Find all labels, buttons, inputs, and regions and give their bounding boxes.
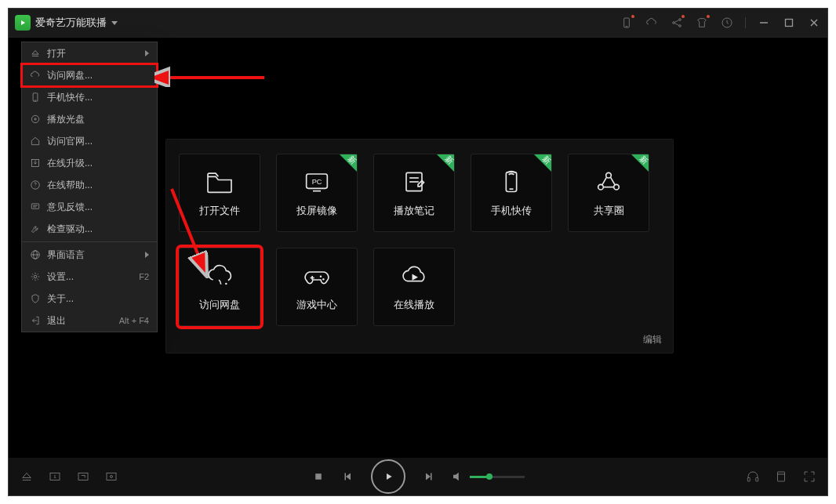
next-button[interactable] — [421, 470, 435, 484]
svg-point-17 — [35, 118, 36, 120]
menu-item-label: 手机快传... — [47, 91, 149, 104]
cloud-icon — [30, 70, 41, 81]
svg-point-4 — [679, 25, 682, 27]
titlebar-phone-icon[interactable] — [620, 16, 634, 30]
window-maximize-button[interactable] — [782, 16, 796, 30]
svg-text:PC: PC — [312, 178, 322, 186]
menu-item-globe[interactable]: 界面语言 — [22, 244, 157, 266]
menu-item-label: 关于... — [47, 292, 149, 306]
menu-item-help[interactable]: 在线帮助... — [22, 174, 157, 196]
tile-label: 打开文件 — [199, 204, 240, 218]
svg-point-48 — [322, 278, 325, 281]
wrench-icon — [30, 223, 41, 234]
tile-folder[interactable]: 打开文件 — [179, 154, 260, 232]
svg-rect-14 — [33, 93, 38, 102]
home-icon — [30, 136, 41, 147]
app-window: 爱奇艺万能联播 — [8, 8, 828, 496]
ratio-1-icon[interactable]: 1 — [48, 470, 62, 484]
menu-item-eject[interactable]: 打开 — [22, 42, 157, 64]
titlebar-skin-icon[interactable] — [695, 16, 709, 30]
svg-rect-22 — [31, 204, 38, 208]
app-title: 爱奇艺万能联播 — [35, 16, 107, 30]
menu-item-label: 退出 — [47, 314, 113, 328]
tile-label: 访问网盘 — [199, 298, 240, 312]
svg-marker-12 — [32, 51, 38, 55]
svg-rect-57 — [107, 473, 116, 480]
disc-icon — [30, 114, 41, 125]
menu-item-label: 在线帮助... — [47, 179, 149, 192]
headphones-icon[interactable] — [746, 470, 760, 484]
menu-item-disc[interactable]: 播放光盘 — [22, 108, 157, 130]
folder-icon — [204, 168, 235, 196]
svg-point-44 — [225, 283, 227, 285]
play-button[interactable] — [371, 459, 405, 494]
playlist-icon[interactable] — [774, 470, 788, 484]
svg-point-16 — [31, 115, 38, 122]
svg-point-47 — [320, 276, 322, 278]
previous-button[interactable] — [341, 470, 355, 484]
feedback-icon — [30, 201, 41, 212]
submenu-arrow-icon — [145, 252, 149, 258]
fullscreen-icon[interactable] — [802, 470, 816, 484]
phone-icon — [30, 92, 41, 103]
download-icon — [30, 158, 41, 169]
tile-gamepad[interactable]: 游戏中心 — [276, 248, 358, 326]
tile-playcloud[interactable]: 在线播放 — [373, 248, 455, 326]
window-close-button[interactable] — [807, 16, 821, 30]
menu-item-gear[interactable]: 设置...F2 — [22, 266, 157, 288]
edit-tiles-button[interactable]: 编辑 — [643, 333, 662, 346]
svg-rect-56 — [78, 473, 88, 480]
eject-icon[interactable] — [20, 470, 34, 484]
menu-item-label: 访问网盘... — [47, 69, 149, 82]
titlebar-share-icon[interactable] — [670, 16, 684, 30]
loop-icon[interactable] — [76, 470, 90, 484]
tile-note[interactable]: 新播放笔记 — [373, 154, 455, 232]
svg-marker-63 — [426, 473, 431, 480]
volume-track[interactable] — [470, 476, 525, 478]
svg-rect-66 — [747, 478, 750, 482]
tile-pc[interactable]: 新PC投屏镜像 — [276, 154, 358, 232]
menu-item-label: 设置... — [47, 270, 133, 284]
menu-item-feedback[interactable]: 意见反馈... — [22, 196, 157, 218]
svg-marker-49 — [413, 274, 419, 281]
playcloud-icon — [398, 262, 430, 290]
volume-control[interactable] — [451, 470, 525, 484]
menu-item-home[interactable]: 访问官网... — [22, 130, 157, 152]
window-minimize-button[interactable] — [757, 16, 771, 30]
svg-marker-65 — [453, 473, 459, 481]
tile-phone[interactable]: 新手机快传 — [471, 154, 552, 232]
app-menu-chevron-icon[interactable] — [111, 21, 118, 25]
capture-icon[interactable] — [104, 470, 118, 484]
menu-item-accel: Alt + F4 — [119, 316, 149, 325]
titlebar-cloud-icon[interactable] — [645, 16, 659, 30]
quick-actions-grid: 打开文件新PC投屏镜像新播放笔记新手机快传新共享圈访问网盘游戏中心在线播放 — [179, 154, 660, 326]
exit-icon — [30, 315, 41, 326]
tile-label: 手机快传 — [491, 204, 532, 218]
menu-item-phone[interactable]: 手机快传... — [22, 86, 157, 108]
menu-item-accel: F2 — [139, 272, 149, 281]
player-bar: 1 — [9, 458, 827, 495]
menu-item-label: 访问官网... — [47, 135, 149, 148]
new-badge: 新 — [631, 154, 649, 172]
new-badge: 新 — [437, 154, 454, 172]
menu-item-exit[interactable]: 退出Alt + F4 — [22, 310, 157, 332]
svg-marker-52 — [23, 473, 31, 478]
titlebar: 爱奇艺万能联播 — [9, 9, 827, 38]
menu-item-label: 检查驱动... — [47, 223, 149, 236]
menu-item-download[interactable]: 在线升级... — [22, 152, 157, 174]
svg-line-41 — [602, 177, 607, 185]
volume-icon[interactable] — [451, 470, 465, 484]
stop-button[interactable] — [311, 470, 325, 484]
menu-item-shield[interactable]: 关于... — [22, 288, 157, 310]
tile-share[interactable]: 新共享圈 — [568, 154, 649, 232]
shield-icon — [30, 293, 41, 304]
titlebar-history-icon[interactable] — [720, 16, 734, 30]
pc-icon: PC — [301, 168, 333, 196]
menu-separator — [22, 241, 157, 242]
menu-item-cloud[interactable]: 访问网盘... — [22, 64, 157, 86]
quick-actions-panel: 打开文件新PC投屏镜像新播放笔记新手机快传新共享圈访问网盘游戏中心在线播放 编辑 — [165, 139, 674, 354]
titlebar-icons — [620, 16, 821, 30]
menu-item-wrench[interactable]: 检查驱动... — [22, 218, 157, 240]
tile-cloud[interactable]: 访问网盘 — [179, 248, 260, 326]
menu-item-label: 界面语言 — [47, 248, 139, 262]
